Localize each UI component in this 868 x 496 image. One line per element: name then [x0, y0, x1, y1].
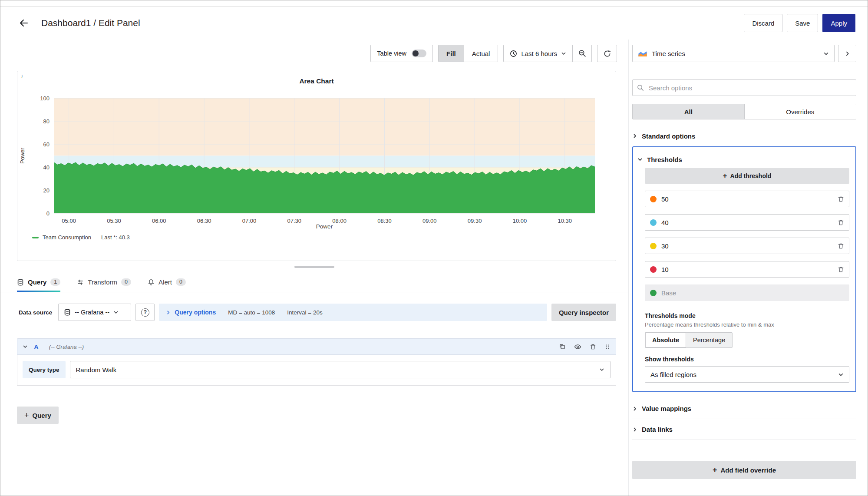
query-row-header[interactable]: A (-- Grafana --)	[17, 338, 616, 355]
time-range-label: Last 6 hours	[521, 50, 557, 57]
threshold-value[interactable]: Base	[661, 289, 676, 297]
page-title: Dashboard1 / Edit Panel	[41, 18, 140, 28]
timeseries-chart-icon	[638, 50, 647, 57]
tab-all[interactable]: All	[633, 104, 744, 119]
tab-query-label: Query	[28, 278, 46, 286]
database-icon	[64, 309, 71, 316]
section-value-mappings[interactable]: Value mappings	[632, 398, 856, 419]
visualization-picker[interactable]: Time series	[632, 45, 835, 62]
threshold-row[interactable]: 40	[645, 214, 849, 231]
threshold-color-dot[interactable]	[650, 243, 657, 249]
section-standard-options[interactable]: Standard options	[632, 126, 856, 145]
thresholds-mode-switch: Absolute Percentage	[645, 332, 733, 348]
svg-text:20: 20	[43, 187, 50, 194]
tab-transform[interactable]: Transform 0	[77, 272, 131, 292]
threshold-color-dot[interactable]	[650, 266, 657, 273]
trash-icon[interactable]	[590, 343, 596, 350]
svg-text:05:30: 05:30	[107, 218, 121, 223]
threshold-value[interactable]: 50	[661, 195, 669, 203]
back-button[interactable]	[16, 15, 32, 31]
plus-icon: +	[24, 411, 29, 420]
tab-alert[interactable]: Alert 0	[148, 272, 186, 292]
panel-title: Area Chart	[17, 71, 616, 85]
threshold-color-dot[interactable]	[650, 290, 657, 296]
section-data-links[interactable]: Data links	[632, 419, 856, 440]
chart-legend[interactable]: Team Consumption Last *: 40.3	[32, 234, 616, 241]
threshold-value[interactable]: 30	[661, 242, 669, 250]
legend-series-name[interactable]: Team Consumption	[43, 234, 91, 241]
chevron-down-icon	[838, 372, 844, 377]
trash-icon[interactable]	[838, 195, 844, 202]
query-options-bar: Query options MD = auto = 1008 Interval …	[159, 304, 547, 321]
threshold-row[interactable]: 50	[645, 191, 849, 207]
zoom-out-icon	[578, 50, 586, 57]
thresholds-section: Thresholds + Add threshold 50403010Base …	[632, 146, 856, 392]
chevron-down-icon[interactable]	[23, 344, 28, 349]
save-button[interactable]: Save	[787, 14, 818, 32]
chevron-right-icon	[166, 310, 171, 315]
threshold-row[interactable]: 10	[645, 261, 849, 278]
options-filter-tabs: All Overrides	[632, 104, 856, 119]
panel-preview[interactable]: i Area Chart 02040608010005:0005:3006:00…	[17, 71, 616, 261]
add-query-label: Query	[33, 412, 51, 419]
svg-text:80: 80	[43, 118, 50, 125]
tab-overrides[interactable]: Overrides	[744, 104, 856, 119]
options-search[interactable]	[632, 79, 856, 96]
trash-icon[interactable]	[838, 242, 844, 249]
drag-handle-icon[interactable]	[604, 344, 611, 350]
svg-text:08:00: 08:00	[332, 218, 347, 223]
absolute-mode-button[interactable]: Absolute	[645, 333, 686, 347]
fill-button[interactable]: Fill	[439, 45, 464, 62]
threshold-value[interactable]: 40	[661, 219, 669, 226]
threshold-row[interactable]: 30	[645, 238, 849, 254]
threshold-row[interactable]: Base	[645, 284, 849, 301]
eye-icon[interactable]	[574, 343, 581, 351]
legend-last-value: Last *: 40.3	[101, 234, 130, 241]
svg-text:0: 0	[46, 210, 50, 217]
thresholds-header[interactable]: Thresholds	[637, 151, 849, 168]
window-chrome-strip	[0, 0, 868, 7]
chevron-down-icon	[561, 51, 566, 56]
svg-text:06:00: 06:00	[152, 218, 166, 223]
table-view-control: Table view	[370, 45, 433, 62]
datasource-picker[interactable]: -- Grafana --	[58, 304, 131, 321]
actual-button[interactable]: Actual	[464, 45, 498, 62]
chevron-right-icon	[845, 51, 850, 56]
add-threshold-button[interactable]: + Add threshold	[645, 168, 849, 184]
edit-panel-page: Dashboard1 / Edit Panel Discard Save App…	[0, 0, 868, 496]
add-query-button[interactable]: + Query	[17, 407, 59, 424]
trash-icon[interactable]	[838, 266, 844, 273]
table-view-toggle[interactable]	[412, 50, 426, 57]
query-type-select[interactable]: Random Walk	[70, 361, 611, 378]
collapse-sidebar-button[interactable]	[838, 45, 856, 62]
search-input[interactable]	[648, 84, 851, 92]
refresh-button[interactable]	[597, 45, 617, 62]
svg-text:08:30: 08:30	[377, 218, 392, 223]
plus-icon: +	[723, 172, 727, 180]
time-range-picker[interactable]: Last 6 hours	[504, 45, 572, 62]
tab-transform-label: Transform	[88, 278, 117, 286]
app-header: Dashboard1 / Edit Panel Discard Save App…	[0, 7, 868, 40]
zoom-out-button[interactable]	[572, 45, 591, 62]
panel-splitter	[0, 261, 628, 272]
tab-query[interactable]: Query 1	[17, 272, 60, 292]
add-field-override-button[interactable]: + Add field override	[632, 461, 856, 479]
threshold-color-dot[interactable]	[650, 196, 657, 202]
svg-text:40: 40	[43, 164, 50, 171]
duplicate-icon[interactable]	[559, 343, 566, 350]
trash-icon[interactable]	[838, 219, 844, 226]
query-options-toggle[interactable]: Query options	[166, 309, 216, 316]
tab-alert-label: Alert	[158, 278, 172, 286]
transform-icon	[77, 279, 84, 286]
apply-button[interactable]: Apply	[822, 14, 855, 32]
query-inspector-button[interactable]: Query inspector	[551, 304, 616, 321]
threshold-value[interactable]: 10	[661, 266, 669, 273]
panel-info-icon[interactable]: i	[21, 73, 23, 80]
discard-button[interactable]: Discard	[744, 14, 782, 32]
show-thresholds-select[interactable]: As filled regions	[645, 366, 849, 383]
threshold-color-dot[interactable]	[650, 219, 657, 226]
percentage-mode-button[interactable]: Percentage	[686, 333, 732, 347]
datasource-help-button[interactable]: ?	[135, 304, 155, 321]
add-field-override-label: Add field override	[720, 466, 776, 474]
splitter-handle[interactable]	[294, 266, 334, 268]
